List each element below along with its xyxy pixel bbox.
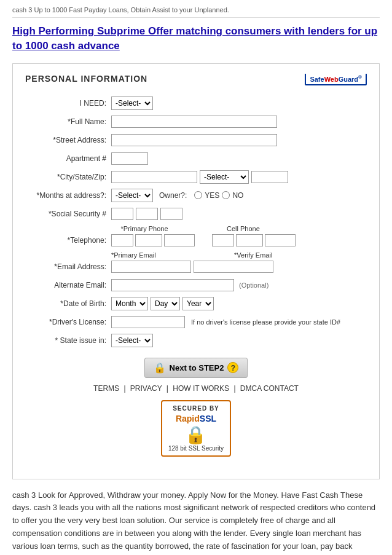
privacy-link[interactable]: PRIVACY xyxy=(130,384,162,393)
telephone-label: *Telephone: xyxy=(25,236,111,245)
city-state-zip-field: -Select- xyxy=(111,170,367,184)
zip-input[interactable] xyxy=(251,171,288,183)
full-name-label: *Full Name: xyxy=(25,117,111,126)
ssl-box: SECURED BY RapidSSL 🔒 128 bit SSL Securi… xyxy=(161,400,231,457)
ssn-row: *Social Security # xyxy=(25,207,367,221)
apt-label: Apartment # xyxy=(25,154,111,163)
ssl-desc: 128 bit SSL Security xyxy=(168,445,224,452)
cell-area-input[interactable] xyxy=(212,234,234,246)
top-bar-text: cash 3 Up to 1000 Fast Payday Loans, Obt… xyxy=(12,6,229,14)
dl-row: *Driver's License: If no driver's licens… xyxy=(25,315,367,329)
alt-email-input[interactable] xyxy=(111,279,234,291)
i-need-label: I NEED: xyxy=(25,99,111,108)
owner-label: Owner?: xyxy=(159,191,187,200)
cell-number-input[interactable] xyxy=(265,234,296,246)
i-need-row: I NEED: -Select- xyxy=(25,96,367,111)
dob-year-select[interactable]: Year xyxy=(182,297,214,310)
primary-phone-sublabel: *Primary Phone xyxy=(111,225,178,232)
primary-number-input[interactable] xyxy=(164,234,195,246)
primary-area-input[interactable] xyxy=(111,234,133,246)
verify-email-sublabel: *Verify Email xyxy=(234,251,272,259)
tel-sub-labels: *Primary Phone Cell Phone xyxy=(111,225,367,232)
dmca-link[interactable]: DMCA CONTACT xyxy=(240,384,299,393)
sep1: | xyxy=(123,384,125,393)
terms-link[interactable]: TERMS xyxy=(93,384,119,393)
next-btn-label: Next to STEP2 xyxy=(170,363,224,372)
owner-yes-label: YES xyxy=(205,191,219,200)
city-input[interactable] xyxy=(111,171,197,183)
owner-yes-radio[interactable] xyxy=(194,191,202,199)
months-select[interactable]: -Select- xyxy=(111,189,153,202)
primary-exchange-input[interactable] xyxy=(135,234,162,246)
dob-label: *Date of Birth: xyxy=(25,299,111,308)
ssn-input-1[interactable] xyxy=(111,208,133,220)
ssn-input-3[interactable] xyxy=(160,208,182,220)
full-name-field xyxy=(111,116,367,128)
city-state-zip-label: *City/State/Zip: xyxy=(25,173,111,181)
cell-exchange-input[interactable] xyxy=(236,234,263,246)
dl-field: If no driver's license please provide yo… xyxy=(111,316,367,328)
top-bar: cash 3 Up to 1000 Fast Payday Loans, Obt… xyxy=(12,6,380,18)
state-issue-label: * State issue in: xyxy=(25,336,111,345)
apt-field xyxy=(111,152,367,165)
main-headline-link[interactable]: High Performing Subprime Offer matching … xyxy=(12,24,380,53)
apt-row: Apartment # xyxy=(25,151,367,166)
months-label: *Months at address?: xyxy=(25,191,111,200)
form-container: SafeWebGuard® PERSONAL INFORMATION I NEE… xyxy=(12,63,380,479)
full-name-input[interactable] xyxy=(111,116,277,128)
cell-phone-sublabel: Cell Phone xyxy=(227,225,260,232)
ssl-secured-text: SECURED BY xyxy=(168,405,224,412)
lock-icon: 🔒 xyxy=(154,362,166,374)
i-need-field: -Select- xyxy=(111,96,367,110)
state-select[interactable]: -Select- xyxy=(200,170,249,184)
ssn-label: *Social Security # xyxy=(25,210,111,218)
owner-no-label: NO xyxy=(232,191,243,200)
months-field: -Select- Owner?: YES NO xyxy=(111,189,367,202)
ssl-badge: SECURED BY RapidSSL 🔒 128 bit SSL Securi… xyxy=(25,400,367,457)
street-row: *Street Address: xyxy=(25,133,367,148)
street-input[interactable] xyxy=(111,134,277,146)
dl-note: If no driver's license please provide yo… xyxy=(191,318,340,326)
cell-phone-group xyxy=(212,234,296,246)
alt-email-field: (Optional) xyxy=(111,279,367,291)
safeguard-badge: SafeWebGuard® xyxy=(305,74,367,86)
ssl-brand: RapidSSL 🔒 xyxy=(168,412,224,445)
street-label: *Street Address: xyxy=(25,136,111,144)
ssn-field xyxy=(111,208,367,220)
alt-email-label: Alternate Email: xyxy=(25,281,111,289)
optional-text: (Optional) xyxy=(239,281,269,289)
how-it-works-link[interactable]: HOW IT WORKS xyxy=(173,384,229,393)
body-text: cash 3 Look for Approved, Withdraw your … xyxy=(12,489,380,555)
sep2: | xyxy=(167,384,168,393)
sep3: | xyxy=(233,384,235,393)
apt-input[interactable] xyxy=(111,152,148,165)
i-need-select[interactable]: -Select- xyxy=(111,96,153,110)
state-issue-row: * State issue in: -Select- xyxy=(25,333,367,348)
dl-label: *Driver's License: xyxy=(25,318,111,326)
dl-input[interactable] xyxy=(111,316,185,328)
primary-phone-group xyxy=(111,234,195,246)
owner-radio-group: YES NO xyxy=(194,191,243,200)
primary-email-sublabel: *Primary Email xyxy=(111,251,197,259)
dob-day-select[interactable]: Day xyxy=(151,297,180,310)
dob-row: *Date of Birth: Month Day Year xyxy=(25,296,367,311)
telephone-field xyxy=(111,234,367,246)
footer-links: TERMS | PRIVACY | HOW IT WORKS | DMCA CO… xyxy=(25,384,367,393)
dob-month-select[interactable]: Month xyxy=(111,297,148,310)
email-label: *Email Address: xyxy=(25,262,111,271)
verify-email-input[interactable] xyxy=(194,261,273,273)
primary-email-input[interactable] xyxy=(111,261,191,273)
next-btn-row: 🔒 Next to STEP2 ? xyxy=(25,358,367,378)
ssn-input-2[interactable] xyxy=(136,208,158,220)
help-icon[interactable]: ? xyxy=(227,362,238,373)
owner-no-radio[interactable] xyxy=(222,191,230,199)
telephone-row: *Telephone: xyxy=(25,233,367,248)
alt-email-row: Alternate Email: (Optional) xyxy=(25,278,367,293)
state-issue-field: -Select- xyxy=(111,334,367,347)
city-state-zip-row: *City/State/Zip: -Select- xyxy=(25,170,367,184)
street-field xyxy=(111,134,367,146)
state-issue-select[interactable]: -Select- xyxy=(111,334,153,347)
email-row: *Email Address: xyxy=(25,259,367,274)
next-step2-button[interactable]: 🔒 Next to STEP2 ? xyxy=(144,358,248,378)
email-sub-labels: *Primary Email *Verify Email xyxy=(111,251,367,259)
